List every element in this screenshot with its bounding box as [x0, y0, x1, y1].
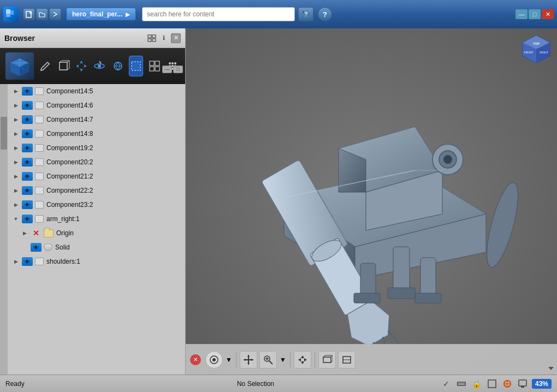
tree-item-comp14-6[interactable]: ▶ Component14:6 [8, 98, 185, 112]
tree-item-origin[interactable]: ▶ Origin [8, 226, 185, 240]
visibility-icon[interactable] [22, 87, 33, 96]
open-button[interactable] [36, 8, 48, 20]
component-icon [35, 116, 44, 123]
orbit-tool[interactable] [93, 56, 106, 76]
pencil-tool[interactable] [38, 56, 52, 76]
check-icon[interactable]: ✓ [440, 378, 452, 390]
close-button[interactable]: ✕ [542, 9, 554, 19]
visibility-icon-disabled[interactable] [31, 229, 42, 237]
main-area: Browser ℹ ✕ [0, 28, 557, 375]
pan-button[interactable] [240, 351, 257, 369]
grid-icon[interactable] [501, 378, 513, 390]
browser-grid-icon[interactable] [147, 33, 157, 43]
minimize-button[interactable]: — [515, 9, 528, 19]
view-cube[interactable]: TOP RIGHT FRONT [520, 33, 553, 66]
svg-rect-59 [420, 258, 436, 296]
svg-marker-83 [301, 355, 304, 358]
svg-rect-103 [521, 386, 524, 388]
visibility-icon[interactable] [22, 129, 33, 138]
tree-arrow[interactable]: ▼ [12, 215, 20, 223]
tree-arrow[interactable]: ▶ [12, 158, 20, 166]
move-tool[interactable] [75, 56, 88, 76]
orbit-button[interactable] [205, 351, 223, 369]
visibility-icon[interactable] [22, 257, 33, 266]
status-bar: Ready No Selection ✓ 🔒 43% [0, 375, 557, 392]
3d-viewport-content [186, 61, 557, 367]
look-tool[interactable] [111, 56, 125, 76]
file-title[interactable]: hero_final_per... ▶ [67, 8, 135, 20]
tree-item-comp14-7[interactable]: ▶ Component14:7 [8, 112, 185, 127]
visibility-icon[interactable] [22, 200, 33, 209]
collapse-btn[interactable] [547, 365, 555, 372]
svg-marker-22 [76, 64, 87, 68]
browser-minimize-btn[interactable]: — [162, 66, 172, 73]
tree-item-arm-right[interactable]: ▼ arm_right:1 [8, 212, 185, 226]
viewport-close-btn[interactable]: ✕ [190, 354, 201, 365]
tree-item-comp14-5[interactable]: ▶ Component14:5 [8, 84, 185, 98]
box-tool[interactable] [56, 56, 70, 76]
visibility-icon[interactable] [22, 101, 33, 110]
svg-rect-5 [152, 35, 156, 38]
visibility-icon[interactable] [22, 115, 33, 124]
tree-arrow[interactable]: ▶ [12, 173, 20, 180]
file-title-text: hero_final_per... [72, 10, 122, 18]
tree-item-comp19-2[interactable]: ▶ Component19:2 [8, 141, 185, 155]
box-select-tool[interactable] [129, 56, 143, 76]
visibility-icon[interactable] [22, 215, 33, 223]
tree-label: Component14:7 [46, 116, 93, 123]
forward-button[interactable] [49, 8, 61, 20]
tree-item-comp21-2[interactable]: ▶ Component21:2 [8, 169, 185, 183]
tree-arrow[interactable]: ▶ [12, 187, 20, 194]
zoom-badge[interactable]: 43% [532, 379, 552, 389]
tree-item-comp14-8[interactable]: ▶ Component14:8 [8, 127, 185, 141]
tree-arrow[interactable]: ▶ [12, 258, 20, 265]
tree-item-comp23-2[interactable]: ▶ Component23:2 [8, 198, 185, 212]
new-button[interactable] [23, 8, 35, 20]
visibility-icon[interactable] [31, 243, 42, 252]
grid-select-tool[interactable] [147, 56, 161, 76]
tree-arrow[interactable]: ▶ [12, 116, 20, 123]
status-icons: ✓ 🔒 43% [440, 378, 552, 390]
tree-arrow[interactable]: ▶ [21, 229, 28, 237]
fit-button[interactable] [294, 351, 311, 369]
tree-arrow[interactable]: ▶ [12, 201, 20, 209]
visibility-icon[interactable] [22, 186, 33, 195]
file-title-arrow: ▶ [126, 11, 130, 17]
viewport-icon[interactable] [486, 378, 498, 390]
search-input[interactable] [142, 7, 295, 21]
display-icon[interactable] [517, 378, 529, 390]
search-button[interactable]: 🔭 [298, 7, 313, 21]
measure-icon[interactable] [455, 378, 467, 390]
view-front-button[interactable] [318, 351, 336, 369]
tree-arrow[interactable]: ▶ [12, 144, 20, 152]
tree-arrow[interactable]: ▶ [12, 130, 20, 138]
tree-arrow[interactable]: ▶ [12, 102, 20, 109]
svg-rect-27 [132, 62, 140, 70]
tree-item-comp20-2[interactable]: ▶ Component20:2 [8, 155, 185, 169]
zoom-dropdown[interactable]: ▼ [279, 352, 287, 367]
svg-marker-85 [298, 358, 301, 361]
help-button[interactable]: ? [318, 7, 332, 21]
browser-maximize-btn[interactable]: □ [173, 66, 183, 73]
maximize-button[interactable]: □ [529, 9, 541, 19]
lock-icon[interactable]: 🔒 [471, 378, 483, 390]
visibility-icon[interactable] [22, 172, 33, 181]
browser-close-button[interactable]: ✕ [171, 33, 181, 43]
tree-arrow[interactable]: ▶ [12, 87, 20, 95]
component-icon [35, 173, 44, 180]
tree-item-comp22-2[interactable]: ▶ Component22:2 [8, 183, 185, 198]
tree-item-shoulders[interactable]: ▶ shoulders:1 [8, 254, 185, 269]
folder-icon [44, 229, 54, 237]
visibility-icon[interactable] [22, 144, 33, 152]
visibility-icon[interactable] [22, 158, 33, 167]
zoom-button[interactable] [259, 351, 277, 369]
viewport-bottom-toolbar: ✕ ▼ ▼ [186, 344, 557, 375]
svg-rect-4 [148, 35, 151, 38]
component-icon [35, 215, 44, 223]
svg-rect-87 [323, 357, 331, 363]
svg-rect-58 [393, 247, 410, 290]
tree-item-solid[interactable]: ▶ Solid [8, 240, 185, 254]
orbit-dropdown[interactable]: ▼ [225, 352, 233, 367]
browser-info-icon[interactable]: ℹ [159, 33, 169, 43]
view-section-button[interactable] [338, 351, 355, 369]
